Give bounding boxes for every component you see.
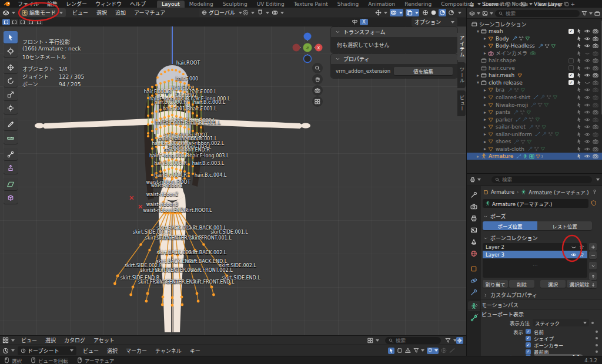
hide-viewport-icon[interactable] bbox=[584, 28, 590, 34]
outliner-row-cloth-release[interactable]: ▾cloth release✓ bbox=[467, 79, 602, 86]
selectability-icon[interactable] bbox=[576, 95, 582, 100]
transform-panel-header[interactable]: トランスフォーム bbox=[331, 27, 457, 37]
disable-render-icon[interactable] bbox=[593, 43, 598, 49]
hide-viewport-icon[interactable] bbox=[584, 117, 590, 123]
asset-menu-1[interactable]: 選択 bbox=[41, 336, 60, 344]
properties-tab-scene[interactable] bbox=[468, 237, 480, 247]
disclosure-closed-icon[interactable]: ▸ bbox=[482, 139, 488, 144]
selectability-icon[interactable] bbox=[576, 132, 582, 137]
hide-viewport-icon[interactable] bbox=[584, 153, 590, 159]
disclosure-open-icon[interactable]: ▾ bbox=[475, 80, 481, 85]
select-mode-2[interactable] bbox=[19, 19, 26, 25]
disclosure-closed-icon[interactable]: ▸ bbox=[482, 87, 488, 93]
bone-collections-header[interactable]: ボーンコレクション bbox=[483, 234, 538, 242]
checkbox-2[interactable]: ✓ bbox=[526, 342, 531, 348]
pose-section-header[interactable]: ポーズ bbox=[483, 213, 506, 220]
outliner-filter-mode[interactable] bbox=[482, 11, 493, 16]
disable-render-icon[interactable] bbox=[593, 124, 598, 130]
disable-render-off-icon[interactable] bbox=[593, 80, 598, 86]
decorator-dot[interactable] bbox=[596, 331, 598, 333]
selectability-icon[interactable] bbox=[576, 43, 582, 49]
breadcrumb-object[interactable]: Armature bbox=[491, 189, 514, 195]
collection-checkbox[interactable]: ✓ bbox=[568, 73, 574, 78]
disable-render-icon[interactable] bbox=[593, 28, 598, 34]
options-dropdown[interactable]: オプション bbox=[412, 18, 457, 26]
outliner-row-body[interactable]: ▸Body bbox=[467, 35, 602, 42]
hide-viewport-icon[interactable] bbox=[584, 109, 590, 115]
scene-collection-row[interactable]: シーンコレクション bbox=[467, 21, 602, 28]
disclosure-closed-icon[interactable]: ▸ bbox=[482, 95, 488, 100]
properties-tab-object[interactable] bbox=[468, 264, 480, 274]
selectability-icon[interactable] bbox=[576, 72, 582, 78]
selectability-icon[interactable] bbox=[576, 80, 582, 86]
shading-material-icon[interactable] bbox=[439, 9, 446, 16]
hide-viewport-icon[interactable] bbox=[584, 146, 590, 152]
gizmo-z-axis[interactable] bbox=[304, 33, 312, 41]
xray-toggle[interactable] bbox=[406, 9, 419, 16]
solo-icon[interactable] bbox=[579, 252, 584, 257]
dope-editor-type[interactable] bbox=[2, 348, 15, 354]
selectability-icon[interactable] bbox=[576, 139, 582, 144]
selectability-icon[interactable] bbox=[576, 124, 582, 130]
disable-render-off-icon[interactable] bbox=[593, 50, 598, 56]
asset-editor-type[interactable] bbox=[2, 337, 15, 343]
tool-bend-button[interactable] bbox=[4, 178, 18, 190]
asset-filter-button[interactable] bbox=[445, 338, 457, 343]
disclosure-closed-icon[interactable]: ▸ bbox=[482, 36, 488, 41]
asset-settings-button[interactable] bbox=[456, 337, 463, 344]
properties-editor-type[interactable] bbox=[470, 177, 481, 183]
decorator-dot[interactable] bbox=[596, 337, 598, 339]
pin-icon[interactable] bbox=[592, 189, 597, 194]
collection-checkbox[interactable] bbox=[568, 58, 574, 63]
outliner-search-input[interactable] bbox=[506, 11, 547, 16]
dope-snap-button[interactable] bbox=[427, 348, 439, 354]
outliner-row-body-headless[interactable]: ▸Body-Headless bbox=[467, 42, 602, 49]
snap-button[interactable] bbox=[257, 9, 269, 16]
ortho-toggle-button[interactable] bbox=[312, 96, 323, 107]
outliner-row-pants[interactable]: ▸pants bbox=[467, 109, 602, 116]
topbar-menu-2[interactable]: レンダー bbox=[62, 0, 91, 8]
new-collection-icon[interactable] bbox=[594, 11, 600, 16]
move-collection-up-button[interactable] bbox=[589, 272, 597, 280]
warning-icon[interactable] bbox=[405, 348, 411, 353]
bone-collections-button-2[interactable]: 選択 bbox=[540, 280, 566, 288]
decorator-dot[interactable] bbox=[591, 322, 594, 324]
disable-render-icon[interactable] bbox=[593, 153, 598, 159]
dope-menu-2[interactable]: マーカー bbox=[122, 347, 151, 355]
dope-menu-4[interactable]: キー bbox=[186, 347, 205, 355]
collection-checkbox[interactable]: ✓ bbox=[568, 80, 574, 85]
disclosure-closed-icon[interactable]: ▸ bbox=[482, 117, 488, 122]
decorator-dot[interactable] bbox=[596, 344, 598, 346]
tool-move-button[interactable] bbox=[4, 61, 18, 73]
display-as-dropdown[interactable]: スティック bbox=[533, 319, 589, 326]
motion-paths-header[interactable]: モーションパス bbox=[474, 301, 519, 309]
selectability-icon[interactable] bbox=[576, 117, 582, 123]
dope-menu-1[interactable]: 選択 bbox=[103, 347, 122, 355]
disclosure-closed-icon[interactable]: ▸ bbox=[482, 43, 488, 49]
shading-rendered-icon[interactable] bbox=[448, 9, 454, 16]
topbar-menu-0[interactable]: ファイル bbox=[14, 0, 43, 8]
topbar-menu-1[interactable]: 編集 bbox=[43, 0, 62, 8]
bone-collections-button-0[interactable]: 割り当て bbox=[483, 280, 508, 288]
selectability-icon[interactable] bbox=[576, 109, 582, 115]
hide-viewport-icon[interactable] bbox=[584, 65, 590, 71]
proportional-editing-button[interactable] bbox=[272, 9, 284, 16]
outliner-row-niwako-moji[interactable]: ▸Niwako-moji bbox=[467, 102, 602, 109]
outliner-row-collared-shirt[interactable]: ▸collared-shirt bbox=[467, 94, 602, 101]
collection-specials-button[interactable] bbox=[589, 262, 597, 269]
hide-viewport-icon[interactable] bbox=[584, 43, 590, 49]
workspace-tab-layout[interactable]: Layout bbox=[157, 1, 185, 8]
hide-viewport-icon[interactable] bbox=[584, 95, 590, 100]
tool-rotate-button[interactable] bbox=[4, 75, 18, 87]
tool-scale-button[interactable] bbox=[4, 88, 18, 100]
select-mode-1[interactable] bbox=[11, 19, 18, 25]
properties-options-chevron[interactable] bbox=[596, 178, 600, 181]
disclosure-closed-icon[interactable]: ▸ bbox=[482, 146, 488, 151]
tool-measure-button[interactable] bbox=[4, 132, 18, 144]
add-collection-button[interactable] bbox=[589, 243, 597, 251]
dope-proportional-icon[interactable] bbox=[441, 348, 447, 353]
disable-render-off-icon[interactable] bbox=[593, 132, 598, 137]
pivot-point-button[interactable] bbox=[242, 9, 255, 16]
selectability-icon[interactable] bbox=[576, 153, 582, 159]
outliner-row-sailar-beret[interactable]: ▸sailar-beret bbox=[467, 123, 602, 130]
